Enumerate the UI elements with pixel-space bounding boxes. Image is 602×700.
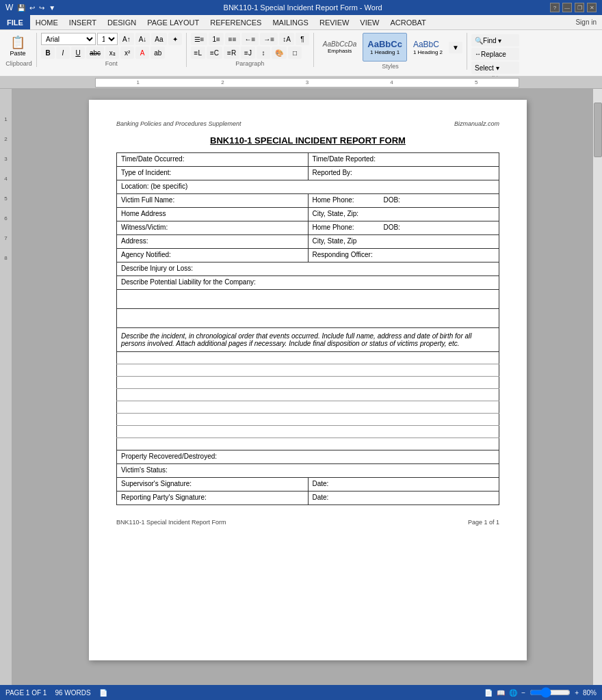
table-row: Victim's Status: bbox=[117, 464, 499, 478]
line-spacing-button[interactable]: ↕ bbox=[257, 46, 270, 59]
menu-insert[interactable]: INSERT bbox=[64, 17, 102, 28]
menu-page-layout[interactable]: PAGE LAYOUT bbox=[142, 17, 205, 28]
victim-status-cell: Victim's Status: bbox=[117, 464, 499, 478]
borders-button[interactable]: □ bbox=[288, 46, 302, 59]
view-read-button[interactable]: 📖 bbox=[497, 689, 505, 697]
scrollbar[interactable] bbox=[592, 89, 602, 685]
title-bar-left: W 💾 ↩ ↪ ▼ bbox=[5, 3, 55, 12]
paste-button[interactable]: 📋 Paste bbox=[5, 33, 30, 59]
bold-button[interactable]: B bbox=[41, 46, 55, 59]
word-count-icon[interactable]: 📄 bbox=[99, 689, 107, 697]
align-left-button[interactable]: ≡L bbox=[191, 46, 205, 59]
increase-indent-button[interactable]: →≡ bbox=[260, 33, 278, 45]
ribbon-paragraph: ☰≡ 1≡ ≡≡ ←≡ →≡ ↕A ¶ ≡L ≡C ≡R ≡J ↕ 🎨 □ Pa… bbox=[188, 33, 314, 67]
shading-button[interactable]: 🎨 bbox=[272, 46, 287, 59]
multilevel-button[interactable]: ≡≡ bbox=[225, 33, 240, 45]
change-case-button[interactable]: Aa bbox=[151, 33, 166, 45]
window-title: BNK110-1 Special Incident Report Form - … bbox=[55, 3, 550, 12]
close-button[interactable]: ✕ bbox=[587, 3, 597, 12]
ribbon-font: Arial 12 A↑ A↓ Aa ✦ B I U abc x₂ x² A ab… bbox=[38, 33, 187, 67]
replace-button[interactable]: ↔ Replace bbox=[471, 48, 519, 60]
font-grow-button[interactable]: A↑ bbox=[119, 33, 134, 45]
table-row: Describe Injury or Loss: bbox=[117, 262, 499, 276]
quick-access-save[interactable]: 💾 bbox=[17, 4, 25, 12]
style-heading2[interactable]: AaBbC 1 Heading 2 bbox=[408, 33, 447, 62]
restore-button[interactable]: ❐ bbox=[575, 3, 584, 12]
table-row: Time/Date Occurred: Time/Date Reported: bbox=[117, 153, 499, 167]
quick-access-redo[interactable]: ↪ bbox=[39, 4, 44, 12]
ribbon-editing: 🔍 Find ▾ ↔ Replace Select ▾ Editing bbox=[469, 33, 523, 82]
table-row: Home Address City, State, Zip: bbox=[117, 208, 499, 221]
justify-button[interactable]: ≡J bbox=[241, 46, 255, 59]
view-print-button[interactable]: 📄 bbox=[484, 689, 493, 697]
decrease-indent-button[interactable]: ←≡ bbox=[241, 33, 259, 45]
menu-home[interactable]: HOME bbox=[30, 17, 64, 28]
highlight-button[interactable]: ab bbox=[150, 46, 165, 59]
menu-file[interactable]: FILE bbox=[0, 15, 30, 29]
zoom-slider[interactable] bbox=[529, 687, 571, 698]
empty-row-1 bbox=[117, 290, 499, 309]
bullets-button[interactable]: ☰≡ bbox=[191, 33, 208, 45]
table-row: Witness/Victim: Home Phone: DOB: bbox=[117, 221, 499, 235]
agency-notified-cell: Agency Notified: bbox=[117, 249, 309, 262]
zoom-in-button[interactable]: + bbox=[575, 689, 579, 697]
responding-officer-cell: Responding Officer: bbox=[308, 249, 499, 262]
clear-format-button[interactable]: ✦ bbox=[168, 33, 182, 45]
subscript-button[interactable]: x₂ bbox=[105, 46, 119, 59]
time-date-occurred-cell: Time/Date Occurred: bbox=[117, 153, 309, 167]
page-area: 1 2 3 4 5 6 7 8 Banking Policies and Pro… bbox=[0, 89, 602, 685]
table-row bbox=[117, 389, 499, 401]
show-formatting-button[interactable]: ¶ bbox=[296, 33, 309, 45]
narrative-line-8 bbox=[117, 438, 499, 450]
font-shrink-button[interactable]: A↓ bbox=[135, 33, 150, 45]
menu-references[interactable]: REFERENCES bbox=[205, 17, 267, 28]
narrative-instruction: Describe the incident, in chronological … bbox=[121, 332, 472, 347]
superscript-button[interactable]: x² bbox=[120, 46, 134, 59]
property-recovered-cell: Property Recovered/Destroyed: bbox=[117, 450, 499, 464]
style-emphasis[interactable]: AaBbCcDa Emphasis bbox=[318, 33, 361, 62]
status-right: 📄 📖 🌐 − + 80% bbox=[484, 687, 597, 698]
home-phone-2-label: Home Phone: bbox=[313, 224, 354, 231]
strikethrough-button[interactable]: abc bbox=[86, 46, 104, 59]
menu-review[interactable]: REVIEW bbox=[314, 17, 354, 28]
italic-button[interactable]: I bbox=[56, 46, 70, 59]
narrative-line-1 bbox=[117, 352, 499, 364]
menu-view[interactable]: VIEW bbox=[354, 17, 384, 28]
style-heading1[interactable]: AaBbCc 1 Heading 1 bbox=[363, 33, 407, 62]
zoom-out-button[interactable]: − bbox=[521, 689, 525, 697]
text-color-button[interactable]: A bbox=[135, 46, 149, 59]
menu-design[interactable]: DESIGN bbox=[102, 17, 142, 28]
signin-link[interactable]: Sign in bbox=[570, 17, 602, 27]
word-count: 96 WORDS bbox=[55, 689, 90, 697]
quick-access-undo[interactable]: ↩ bbox=[29, 4, 35, 12]
table-row: Describe Potential Liability for the Com… bbox=[117, 276, 499, 290]
menu-mailings[interactable]: MAILINGS bbox=[267, 17, 314, 28]
align-right-button[interactable]: ≡R bbox=[224, 46, 239, 59]
para-row2: ≡L ≡C ≡R ≡J ↕ 🎨 □ bbox=[191, 46, 302, 59]
heading2-preview: AaBbC bbox=[413, 40, 443, 49]
menu-acrobat[interactable]: ACROBAT bbox=[384, 17, 431, 28]
find-button[interactable]: 🔍 Find ▾ bbox=[471, 34, 519, 46]
quick-access-more[interactable]: ▼ bbox=[49, 4, 55, 12]
document-page: Banking Policies and Procedures Suppleme… bbox=[89, 100, 527, 660]
window-controls: ? — ❐ ✕ bbox=[550, 3, 597, 12]
narrative-line-4 bbox=[117, 389, 499, 401]
view-web-button[interactable]: 🌐 bbox=[509, 689, 517, 697]
clipboard-top: 📋 Paste bbox=[5, 33, 30, 59]
clipboard-label: Clipboard bbox=[5, 60, 32, 67]
scroll-thumb[interactable] bbox=[594, 103, 602, 157]
select-button[interactable]: Select ▾ bbox=[471, 62, 519, 74]
font-name-select[interactable]: Arial bbox=[41, 33, 96, 45]
minimize-button[interactable]: — bbox=[562, 3, 572, 12]
styles-more-button[interactable]: ▼ bbox=[449, 42, 462, 53]
home-phone-1-cell: Home Phone: DOB: bbox=[308, 194, 499, 208]
help-button[interactable]: ? bbox=[550, 3, 560, 12]
underline-button[interactable]: U bbox=[71, 46, 85, 59]
table-row bbox=[117, 426, 499, 438]
sort-button[interactable]: ↕A bbox=[279, 33, 294, 45]
numbering-button[interactable]: 1≡ bbox=[209, 33, 223, 45]
table-row bbox=[117, 377, 499, 389]
font-size-select[interactable]: 12 bbox=[97, 33, 118, 45]
align-center-button[interactable]: ≡C bbox=[207, 46, 222, 59]
footer-left: BNK110-1 Special Incident Report Form bbox=[116, 519, 226, 526]
